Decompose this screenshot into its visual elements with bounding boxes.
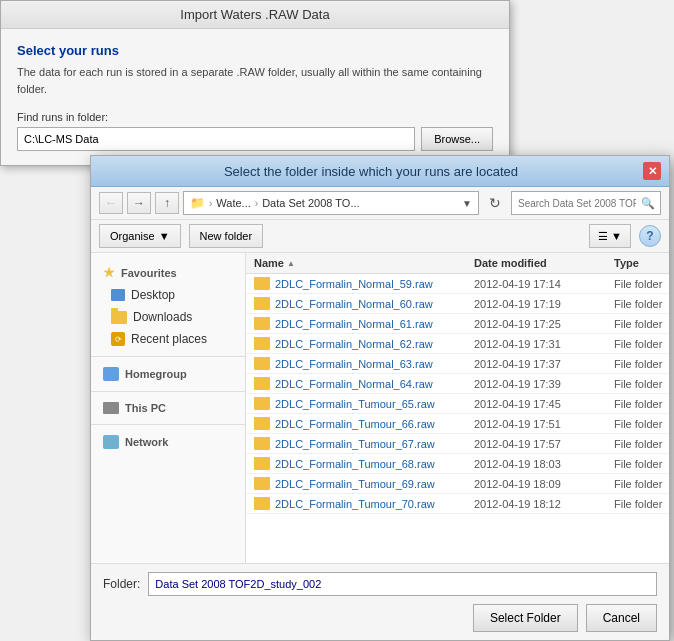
file-name: 2DLC_Formalin_Normal_61.raw xyxy=(254,317,474,330)
view-button[interactable]: ☰ ▼ xyxy=(589,224,631,248)
desktop-icon xyxy=(111,289,125,301)
table-row[interactable]: 2DLC_Formalin_Tumour_67.raw 2012-04-19 1… xyxy=(246,434,669,454)
close-button[interactable]: ✕ xyxy=(643,162,661,180)
address-part1: Wate... xyxy=(216,197,250,209)
file-type: File folder xyxy=(614,278,669,290)
table-row[interactable]: 2DLC_Formalin_Tumour_69.raw 2012-04-19 1… xyxy=(246,474,669,494)
nav-item-downloads[interactable]: Downloads xyxy=(91,306,245,328)
left-nav: ★ Favourites Desktop Downloads ⟳ Recent … xyxy=(91,253,246,563)
folder-input[interactable] xyxy=(148,572,657,596)
help-button[interactable]: ? xyxy=(639,225,661,247)
address-dropdown-button[interactable]: ▼ xyxy=(462,198,472,209)
file-type: File folder xyxy=(614,338,669,350)
file-name: 2DLC_Formalin_Tumour_66.raw xyxy=(254,417,474,430)
file-name: 2DLC_Formalin_Tumour_65.raw xyxy=(254,397,474,410)
bg-dialog-heading: Select your runs xyxy=(17,43,493,58)
favourites-header: ★ Favourites xyxy=(91,261,245,284)
file-type: File folder xyxy=(614,498,669,510)
file-type: File folder xyxy=(614,378,669,390)
browse-button[interactable]: Browse... xyxy=(421,127,493,151)
col-header-name[interactable]: Name ▲ xyxy=(254,257,474,269)
search-icon: 🔍 xyxy=(641,197,655,210)
file-name: 2DLC_Formalin_Tumour_67.raw xyxy=(254,437,474,450)
folder-icon xyxy=(254,397,270,410)
folder-icon xyxy=(254,337,270,350)
folder-icon xyxy=(254,297,270,310)
file-name: 2DLC_Formalin_Normal_62.raw xyxy=(254,337,474,350)
bg-dialog-title: Import Waters .RAW Data xyxy=(1,1,509,29)
view-icon: ☰ xyxy=(598,230,608,243)
pc-icon xyxy=(103,402,119,414)
col-header-type[interactable]: Type xyxy=(614,257,669,269)
table-row[interactable]: 2DLC_Formalin_Normal_60.raw 2012-04-19 1… xyxy=(246,294,669,314)
homegroup-icon xyxy=(103,367,119,381)
file-type: File folder xyxy=(614,438,669,450)
homegroup-header: Homegroup xyxy=(91,363,245,385)
organise-dropdown-icon: ▼ xyxy=(159,230,170,242)
refresh-button[interactable]: ↻ xyxy=(483,191,507,215)
file-date: 2012-04-19 18:12 xyxy=(474,498,614,510)
address-icon: 📁 xyxy=(190,196,205,210)
table-row[interactable]: 2DLC_Formalin_Normal_62.raw 2012-04-19 1… xyxy=(246,334,669,354)
bottom-bar: Folder: Select Folder Cancel xyxy=(91,563,669,640)
folder-row: Folder: xyxy=(103,572,657,596)
folder-icon xyxy=(254,357,270,370)
file-date: 2012-04-19 17:51 xyxy=(474,418,614,430)
file-date: 2012-04-19 17:39 xyxy=(474,378,614,390)
table-row[interactable]: 2DLC_Formalin_Normal_61.raw 2012-04-19 1… xyxy=(246,314,669,334)
sort-arrow-icon: ▲ xyxy=(287,259,295,268)
file-list-header: Name ▲ Date modified Type xyxy=(246,253,669,274)
file-name: 2DLC_Formalin_Tumour_69.raw xyxy=(254,477,474,490)
back-button[interactable]: ← xyxy=(99,192,123,214)
find-input[interactable] xyxy=(17,127,415,151)
file-date: 2012-04-19 17:25 xyxy=(474,318,614,330)
file-type: File folder xyxy=(614,358,669,370)
recent-places-icon: ⟳ xyxy=(111,332,125,346)
file-name: 2DLC_Formalin_Normal_63.raw xyxy=(254,357,474,370)
nav-item-desktop[interactable]: Desktop xyxy=(91,284,245,306)
folder-icon xyxy=(254,277,270,290)
star-icon: ★ xyxy=(103,265,115,280)
file-rows-container: 2DLC_Formalin_Normal_59.raw 2012-04-19 1… xyxy=(246,274,669,514)
file-type: File folder xyxy=(614,458,669,470)
table-row[interactable]: 2DLC_Formalin_Normal_59.raw 2012-04-19 1… xyxy=(246,274,669,294)
folder-icon xyxy=(254,437,270,450)
file-name: 2DLC_Formalin_Tumour_68.raw xyxy=(254,457,474,470)
table-row[interactable]: 2DLC_Formalin_Tumour_70.raw 2012-04-19 1… xyxy=(246,494,669,514)
table-row[interactable]: 2DLC_Formalin_Tumour_65.raw 2012-04-19 1… xyxy=(246,394,669,414)
up-button[interactable]: ↑ xyxy=(155,192,179,214)
search-input[interactable] xyxy=(511,191,661,215)
table-row[interactable]: 2DLC_Formalin_Normal_63.raw 2012-04-19 1… xyxy=(246,354,669,374)
button-row: Select Folder Cancel xyxy=(103,604,657,632)
forward-button[interactable]: → xyxy=(127,192,151,214)
file-picker-dialog: Select the folder inside which your runs… xyxy=(90,155,670,641)
this-pc-header: This PC xyxy=(91,398,245,418)
file-date: 2012-04-19 18:09 xyxy=(474,478,614,490)
folder-icon xyxy=(254,477,270,490)
file-date: 2012-04-19 17:19 xyxy=(474,298,614,310)
new-folder-button[interactable]: New folder xyxy=(189,224,264,248)
file-type: File folder xyxy=(614,318,669,330)
downloads-folder-icon xyxy=(111,311,127,324)
file-name: 2DLC_Formalin_Normal_64.raw xyxy=(254,377,474,390)
file-type: File folder xyxy=(614,298,669,310)
file-date: 2012-04-19 17:57 xyxy=(474,438,614,450)
cancel-button[interactable]: Cancel xyxy=(586,604,657,632)
file-date: 2012-04-19 18:03 xyxy=(474,458,614,470)
select-folder-button[interactable]: Select Folder xyxy=(473,604,578,632)
network-header: Network xyxy=(91,431,245,453)
table-row[interactable]: 2DLC_Formalin_Tumour_66.raw 2012-04-19 1… xyxy=(246,414,669,434)
nav-item-recent-places[interactable]: ⟳ Recent places xyxy=(91,328,245,350)
file-type: File folder xyxy=(614,398,669,410)
find-label: Find runs in folder: xyxy=(17,111,493,123)
address-part2: Data Set 2008 TO... xyxy=(262,197,359,209)
folder-icon xyxy=(254,317,270,330)
file-date: 2012-04-19 17:31 xyxy=(474,338,614,350)
organise-button[interactable]: Organise ▼ xyxy=(99,224,181,248)
file-type: File folder xyxy=(614,478,669,490)
col-header-date[interactable]: Date modified xyxy=(474,257,614,269)
table-row[interactable]: 2DLC_Formalin_Tumour_68.raw 2012-04-19 1… xyxy=(246,454,669,474)
table-row[interactable]: 2DLC_Formalin_Normal_64.raw 2012-04-19 1… xyxy=(246,374,669,394)
folder-icon xyxy=(254,457,270,470)
file-date: 2012-04-19 17:45 xyxy=(474,398,614,410)
